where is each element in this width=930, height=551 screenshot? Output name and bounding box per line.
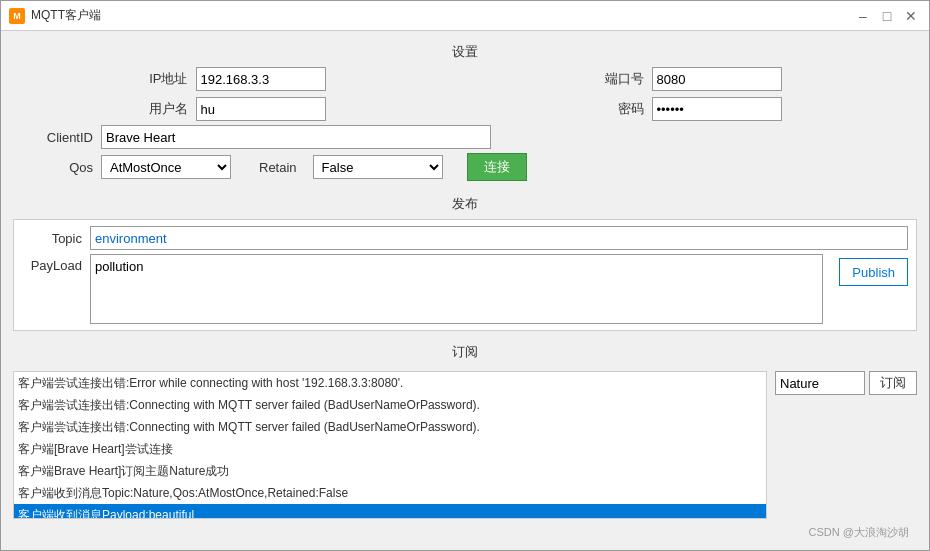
ip-label: IP地址 [13, 70, 188, 88]
publish-title: 发布 [13, 195, 917, 213]
ip-input[interactable] [196, 67, 326, 91]
log-item[interactable]: 客户端尝试连接出错:Connecting with MQTT server fa… [14, 394, 766, 416]
close-button[interactable]: ✕ [901, 6, 921, 26]
publish-button[interactable]: Publish [839, 258, 908, 286]
title-bar-left: M MQTT客户端 [9, 7, 101, 24]
window-title: MQTT客户端 [31, 7, 101, 24]
subscribe-right: 订阅 [775, 371, 917, 519]
port-input[interactable] [652, 67, 782, 91]
minimize-button[interactable]: – [853, 6, 873, 26]
subscribe-row: 订阅 [775, 371, 917, 395]
maximize-button[interactable]: □ [877, 6, 897, 26]
user-input[interactable] [196, 97, 326, 121]
clientid-row: ClientID [13, 125, 917, 149]
topic-row: Topic [22, 226, 908, 250]
user-label: 用户名 [13, 100, 188, 118]
qos-row: Qos AtMostOnce AtLeastOnce ExactlyOnce R… [13, 153, 917, 181]
app-icon: M [9, 8, 25, 24]
log-item[interactable]: 客户端[Brave Heart]尝试连接 [14, 438, 766, 460]
publish-section: 发布 Topic PayLoad pollution Publish [13, 191, 917, 335]
retain-label: Retain [259, 160, 297, 175]
subscribe-section: 客户端尝试连接出错:Error while connecting with ho… [13, 371, 917, 519]
main-window: M MQTT客户端 – □ ✕ 设置 IP地址 端口号 用户名 密码 [0, 0, 930, 551]
subscribe-title: 订阅 [13, 343, 917, 361]
topic-label: Topic [22, 231, 82, 246]
retain-select[interactable]: False True [313, 155, 443, 179]
port-label: 端口号 [469, 70, 644, 88]
qos-label: Qos [13, 160, 93, 175]
qos-select[interactable]: AtMostOnce AtLeastOnce ExactlyOnce [101, 155, 231, 179]
publish-form: Topic PayLoad pollution Publish [13, 219, 917, 331]
main-content: 设置 IP地址 端口号 用户名 密码 ClientID Qos [1, 31, 929, 550]
log-item[interactable]: 客户端收到消息Payload:beautiful [14, 504, 766, 519]
title-bar: M MQTT客户端 – □ ✕ [1, 1, 929, 31]
log-item[interactable]: 客户端收到消息Topic:Nature,Qos:AtMostOnce,Retai… [14, 482, 766, 504]
log-item[interactable]: 客户端尝试连接出错:Error while connecting with ho… [14, 372, 766, 394]
settings-title: 设置 [13, 43, 917, 61]
footer: CSDN @大浪淘沙胡 [13, 523, 917, 542]
window-controls: – □ ✕ [853, 6, 921, 26]
topic-input[interactable] [90, 226, 908, 250]
payload-textarea[interactable]: pollution [90, 254, 823, 324]
clientid-input[interactable] [101, 125, 491, 149]
subscribe-button[interactable]: 订阅 [869, 371, 917, 395]
subscribe-input[interactable] [775, 371, 865, 395]
settings-form: IP地址 端口号 用户名 密码 [13, 67, 917, 121]
payload-label: PayLoad [22, 258, 82, 273]
log-item[interactable]: 客户端Brave Heart]订阅主题Nature成功 [14, 460, 766, 482]
settings-section: 设置 IP地址 端口号 用户名 密码 ClientID Qos [13, 39, 917, 187]
clientid-label: ClientID [13, 130, 93, 145]
pass-input[interactable] [652, 97, 782, 121]
log-area: 客户端尝试连接出错:Error while connecting with ho… [13, 371, 767, 519]
connect-button[interactable]: 连接 [467, 153, 527, 181]
payload-row: PayLoad pollution Publish [22, 254, 908, 324]
pass-label: 密码 [469, 100, 644, 118]
log-item[interactable]: 客户端尝试连接出错:Connecting with MQTT server fa… [14, 416, 766, 438]
